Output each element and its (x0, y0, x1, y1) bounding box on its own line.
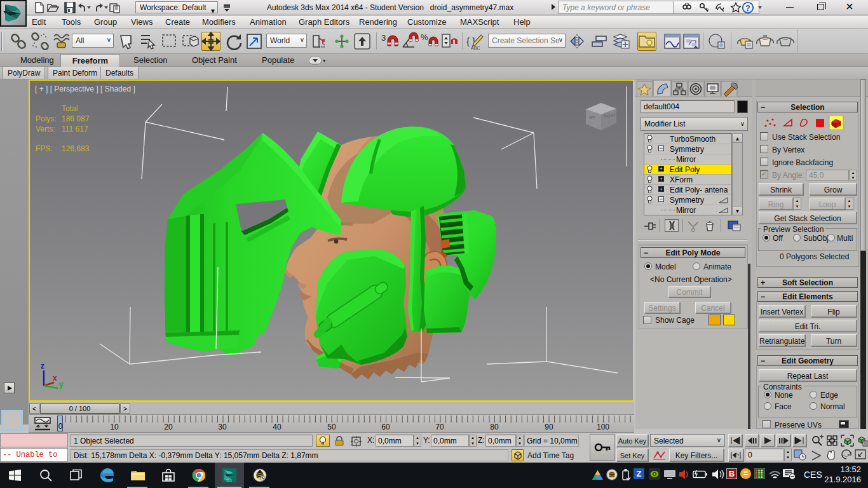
svg-text:z: z (41, 362, 44, 370)
svg-text:%: % (421, 32, 428, 42)
svg-text:y: y (59, 380, 64, 389)
svg-text:x: x (53, 374, 57, 383)
svg-text:3: 3 (381, 33, 386, 43)
svg-text:?: ? (745, 4, 750, 13)
svg-text:3DS: 3DS (226, 479, 232, 482)
svg-text:ABC: ABC (471, 46, 480, 50)
svg-text:WF: WF (589, 116, 595, 120)
